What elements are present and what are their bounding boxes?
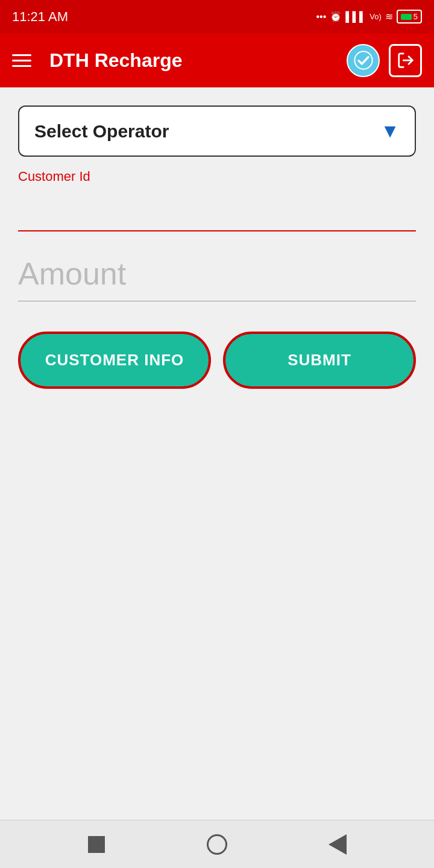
amount-field-container: Amount	[18, 250, 416, 301]
status-icons: ••• ⏰ ▌▌▌ Vo) ≋ 5	[316, 10, 422, 24]
action-buttons-row: CUSTOMER INFO SUBMIT	[18, 332, 416, 389]
main-content: Select Operator ▼ Customer Id Amount CUS…	[0, 87, 434, 820]
volte-icon: Vo)	[370, 12, 382, 21]
customer-info-button[interactable]: CUSTOMER INFO	[18, 332, 211, 389]
alarm-icon: ⏰	[330, 11, 342, 22]
logout-icon[interactable]	[389, 44, 422, 77]
verify-checkmark-icon[interactable]	[347, 44, 380, 77]
hamburger-menu-icon[interactable]	[12, 54, 31, 67]
customer-id-label: Customer Id	[18, 169, 416, 184]
signal-dots: •••	[316, 11, 326, 22]
battery-level: 5	[414, 12, 418, 21]
select-operator-label: Select Operator	[34, 121, 169, 142]
select-operator-dropdown[interactable]: Select Operator ▼	[18, 105, 416, 157]
back-button[interactable]	[326, 832, 350, 857]
customer-id-input[interactable]	[18, 189, 416, 231]
app-bar-right	[347, 44, 422, 77]
app-bar-left: DTH Recharge	[12, 49, 183, 72]
status-bar: 11:21 AM ••• ⏰ ▌▌▌ Vo) ≋ 5	[0, 0, 434, 33]
status-time: 11:21 AM	[12, 9, 68, 25]
stop-icon	[88, 836, 105, 853]
battery-icon: 5	[397, 10, 422, 24]
bottom-nav	[0, 820, 434, 868]
app-title: DTH Recharge	[49, 49, 183, 72]
customer-id-field-container: Customer Id	[18, 169, 416, 231]
stop-button[interactable]	[84, 832, 108, 857]
back-icon	[329, 834, 347, 855]
home-button[interactable]	[205, 832, 229, 857]
amount-placeholder[interactable]: Amount	[18, 250, 416, 301]
home-icon	[207, 834, 227, 855]
chevron-down-icon: ▼	[380, 120, 400, 142]
app-bar: DTH Recharge	[0, 33, 434, 87]
signal-bars-icon: ▌▌▌	[345, 11, 366, 22]
submit-button[interactable]: SUBMIT	[223, 332, 416, 389]
battery-fill	[401, 14, 412, 20]
svg-point-0	[354, 51, 372, 69]
wifi-icon: ≋	[385, 11, 393, 22]
